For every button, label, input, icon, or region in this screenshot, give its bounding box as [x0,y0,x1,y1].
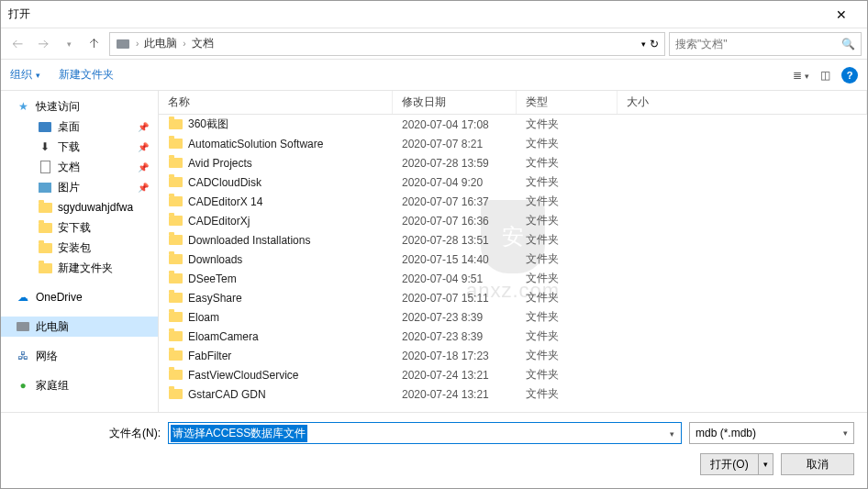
folder-icon [168,368,183,383]
column-size[interactable]: 大小 [618,91,867,114]
file-row[interactable]: EloamCamera2020-07-23 8:39文件夹 [159,327,867,346]
sidebar-folder-2[interactable]: 安下载 [1,217,158,238]
file-date: 2020-07-28 13:51 [393,234,517,247]
file-type: 文件夹 [517,386,618,402]
window-title: 打开 [8,6,823,22]
file-row[interactable]: CADCloudDisk2020-07-04 9:20文件夹 [159,172,867,192]
file-row[interactable]: Downloaded Installations2020-07-28 13:51… [159,230,867,250]
folder-icon [168,252,183,267]
file-date: 2020-07-23 8:39 [393,330,517,343]
pin-icon: 📌 [138,122,149,132]
sidebar-desktop[interactable]: 桌面📌 [1,117,158,137]
address-dropdown-icon[interactable]: ▾ [641,39,646,49]
forward-button[interactable]: 🡢 [32,33,54,55]
sidebar-this-pc[interactable]: 此电脑 [1,317,158,337]
file-name: CADEditorX 14 [188,195,262,208]
folder-icon [168,329,183,344]
file-date: 2020-07-28 13:59 [393,157,517,170]
file-type: 文件夹 [517,367,618,383]
sidebar-folder-1[interactable]: sgyduwahjdfwa [1,197,158,217]
close-button[interactable]: ✕ [823,7,860,22]
file-name: AutomaticSolution Software [188,138,323,150]
file-type: 文件夹 [517,251,618,267]
column-type[interactable]: 类型 [517,91,618,114]
file-row[interactable]: CADEditorXj2020-07-07 16:36文件夹 [159,211,867,230]
file-row[interactable]: DSeeTem2020-07-04 9:51文件夹 [159,269,867,288]
sidebar-quick-access[interactable]: ★快速访问 [1,96,158,117]
sidebar-homegroup[interactable]: ●家庭组 [1,375,158,395]
file-row[interactable]: Avid Projects2020-07-28 13:59文件夹 [159,153,867,172]
file-row[interactable]: FastViewCloudService2020-07-24 13:21文件夹 [159,365,867,384]
file-row[interactable]: EasyShare2020-07-07 15:11文件夹 [159,288,867,307]
file-type: 文件夹 [517,348,618,363]
file-row[interactable]: AutomaticSolution Software2020-07-07 8:2… [159,134,867,153]
sidebar-downloads[interactable]: ⬇下载📌 [1,137,158,157]
breadcrumb-docs[interactable]: 文档 [192,36,214,51]
open-button[interactable]: 打开(O) ▾ [700,453,773,475]
file-name: EasyShare [188,292,242,305]
folder-icon [38,200,52,215]
search-box[interactable]: 🔍 [669,32,862,56]
folder-icon [168,272,183,286]
file-row[interactable]: FabFilter2020-07-18 17:23文件夹 [159,346,867,365]
back-button[interactable]: 🡠 [6,33,28,55]
file-name: Downloads [188,253,242,266]
file-row[interactable]: CADEditorX 142020-07-07 16:37文件夹 [159,192,867,211]
file-name: CADCloudDisk [188,176,262,189]
recent-dropdown[interactable]: ▾ [58,33,80,55]
open-dropdown-icon[interactable]: ▾ [758,454,773,474]
sidebar-network[interactable]: 🖧网络 [1,346,158,366]
organize-button[interactable]: 组织 ▾ [10,67,40,83]
file-type: 文件夹 [517,194,618,209]
file-row[interactable]: GstarCAD GDN2020-07-24 13:21文件夹 [159,384,867,404]
file-date: 2020-07-23 8:39 [393,311,517,324]
new-folder-button[interactable]: 新建文件夹 [59,67,114,83]
search-icon[interactable]: 🔍 [841,38,855,50]
sidebar-folder-4[interactable]: 新建文件夹 [1,258,158,278]
folder-icon [38,220,52,235]
sidebar-documents[interactable]: 文档📌 [1,157,158,177]
folder-icon [38,240,52,255]
cancel-button[interactable]: 取消 [781,453,854,475]
column-date[interactable]: 修改日期 [393,91,517,114]
folder-icon [168,117,183,132]
homegroup-icon: ● [16,378,30,393]
chevron-right-icon: › [183,39,185,49]
file-name: DSeeTem [188,272,237,285]
sidebar-onedrive[interactable]: ☁OneDrive [1,287,158,307]
file-type: 文件夹 [517,117,618,132]
file-name: Eloam [188,311,219,324]
address-bar[interactable]: › 此电脑 › 文档 ▾ ↻ [109,32,665,56]
filename-input[interactable]: 请选择ACCESS数据库文件 ▾ [168,422,682,444]
folder-icon [38,261,52,275]
help-icon[interactable]: ? [841,67,858,83]
sidebar-folder-3[interactable]: 安装包 [1,238,158,258]
breadcrumb-pc[interactable]: 此电脑 [144,36,177,51]
filetype-select[interactable]: mdb (*.mdb)▾ [689,422,854,444]
filename-dropdown-icon[interactable]: ▾ [664,427,679,439]
view-options-icon[interactable]: ≣ ▾ [793,69,809,82]
folder-icon [168,349,183,363]
sidebar-pictures[interactable]: 图片📌 [1,177,158,197]
folder-icon [168,310,183,325]
file-row[interactable]: Downloads2020-07-15 14:40文件夹 [159,250,867,269]
filename-value: 请选择ACCESS数据库文件 [171,425,307,442]
network-icon: 🖧 [16,349,30,363]
file-type: 文件夹 [517,290,618,306]
file-type: 文件夹 [517,136,618,151]
star-icon: ★ [16,99,30,114]
file-row[interactable]: Eloam2020-07-23 8:39文件夹 [159,307,867,327]
chevron-down-icon: ▾ [843,428,848,438]
column-name[interactable]: 名称 [159,91,393,114]
search-input[interactable] [675,38,841,50]
file-name: GstarCAD GDN [188,388,266,401]
folder-icon [168,387,183,402]
file-row[interactable]: 360截图2020-07-04 17:08文件夹 [159,115,867,134]
navigation-sidebar: ★快速访问 桌面📌 ⬇下载📌 文档📌 图片📌 sgyduwahjdfwa 安下载… [1,91,159,412]
refresh-icon[interactable]: ↻ [650,38,659,50]
file-type: 文件夹 [517,174,618,190]
chevron-right-icon: › [136,39,139,49]
preview-pane-icon[interactable]: ◫ [820,69,830,82]
download-icon: ⬇ [38,139,52,154]
up-button[interactable]: 🡡 [83,33,106,55]
